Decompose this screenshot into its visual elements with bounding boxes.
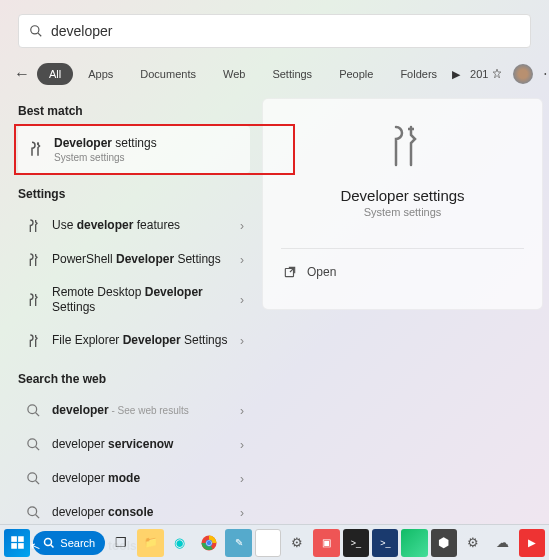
taskbar-task-view-icon[interactable]: ❐ [108, 529, 134, 557]
chevron-right-icon: › [240, 334, 244, 348]
start-button[interactable] [4, 529, 30, 557]
web-item-developer[interactable]: developer - See web results › [18, 394, 250, 428]
section-header-search-web: Search the web [18, 358, 250, 394]
svg-point-19 [45, 538, 52, 545]
svg-line-20 [51, 544, 54, 547]
svg-line-4 [35, 413, 38, 416]
chevron-right-icon: › [240, 404, 244, 418]
svg-point-9 [27, 507, 36, 516]
taskbar-explorer-icon[interactable]: 📁 [137, 529, 163, 557]
web-item-developer-servicenow[interactable]: developer servicenow › [18, 428, 250, 462]
rewards-points[interactable]: 201 [470, 68, 503, 80]
svg-rect-16 [18, 536, 24, 542]
taskbar-search-button[interactable]: Search [33, 531, 105, 555]
chevron-right-icon: › [240, 219, 244, 233]
tab-settings[interactable]: Settings [260, 63, 324, 85]
svg-point-0 [31, 26, 39, 34]
divider [281, 248, 524, 249]
tab-web[interactable]: Web [211, 63, 257, 85]
web-item-developer-mode[interactable]: developer mode › [18, 462, 250, 496]
settings-tools-icon [24, 332, 42, 350]
chevron-right-icon: › [240, 253, 244, 267]
svg-point-2 [38, 144, 39, 145]
svg-line-1 [38, 33, 41, 36]
preview-card: Developer settings System settings Open [262, 98, 543, 310]
more-scroll-icon[interactable]: ▶ [452, 68, 460, 81]
svg-line-10 [35, 515, 38, 518]
preview-action-open[interactable]: Open [281, 259, 524, 285]
svg-point-7 [27, 473, 36, 482]
preview-title: Developer settings [281, 187, 524, 204]
taskbar-notepad-icon[interactable]: ✎ [225, 529, 251, 557]
settings-item-use-developer-features[interactable]: Use developer features › [18, 209, 250, 243]
taskbar-app-icon[interactable]: ⚙ [460, 529, 486, 557]
best-match-developer-settings[interactable]: Developer settings System settings [18, 126, 250, 173]
taskbar-app-icon[interactable]: ▶ [519, 529, 545, 557]
developer-settings-icon [26, 140, 44, 158]
taskbar-powershell-icon[interactable]: >_ [372, 529, 398, 557]
settings-tools-icon [24, 217, 42, 235]
taskbar-app-icon[interactable]: ◉ [167, 529, 193, 557]
settings-item-remote-desktop-developer[interactable]: Remote Desktop Developer Settings › [18, 277, 250, 324]
tab-people[interactable]: People [327, 63, 385, 85]
chevron-right-icon: › [240, 506, 244, 520]
tab-folders[interactable]: Folders [388, 63, 449, 85]
back-button[interactable]: ← [14, 62, 30, 86]
chevron-right-icon: › [240, 438, 244, 452]
search-icon [24, 504, 42, 522]
taskbar-app-icon[interactable]: ☁ [489, 529, 515, 557]
search-icon [24, 470, 42, 488]
tab-documents[interactable]: Documents [128, 63, 208, 85]
settings-item-powershell-developer[interactable]: PowerShell Developer Settings › [18, 243, 250, 277]
settings-item-file-explorer-developer[interactable]: File Explorer Developer Settings › [18, 324, 250, 358]
tab-all[interactable]: All [37, 63, 73, 85]
search-icon [24, 402, 42, 420]
section-header-settings: Settings [18, 173, 250, 209]
tab-apps[interactable]: Apps [76, 63, 125, 85]
svg-point-24 [207, 540, 212, 545]
chevron-right-icon: › [240, 293, 244, 307]
taskbar-terminal-icon[interactable]: >_ [343, 529, 369, 557]
settings-tools-icon [24, 291, 42, 309]
preview-subtitle: System settings [281, 206, 524, 218]
settings-tools-icon [24, 251, 42, 269]
search-icon [24, 436, 42, 454]
search-icon [29, 24, 43, 38]
filter-tabs-row: ← All Apps Documents Web Settings People… [0, 58, 549, 90]
section-header-best-match: Best match [18, 90, 250, 126]
more-options-icon[interactable]: ⋯ [543, 66, 549, 82]
taskbar-app-icon[interactable] [401, 529, 427, 557]
svg-point-5 [27, 439, 36, 448]
taskbar-app-icon[interactable]: ▣ [313, 529, 339, 557]
svg-line-8 [35, 481, 38, 484]
preview-large-icon [281, 123, 524, 169]
taskbar-app-icon[interactable] [255, 529, 281, 557]
taskbar-settings-icon[interactable]: ⚙ [284, 529, 310, 557]
svg-rect-15 [11, 536, 17, 542]
search-input[interactable] [51, 23, 520, 39]
taskbar-app-icon[interactable]: ⬢ [431, 529, 457, 557]
svg-line-6 [35, 447, 38, 450]
svg-point-3 [27, 405, 36, 414]
search-bar[interactable] [18, 14, 531, 48]
chevron-right-icon: › [240, 472, 244, 486]
avatar[interactable] [513, 64, 533, 84]
svg-rect-17 [11, 543, 17, 549]
taskbar-chrome-icon[interactable] [196, 529, 222, 557]
taskbar: Search ❐ 📁 ◉ ✎ ⚙ ▣ >_ >_ ⬢ ⚙ ☁ ▶ ↖ [0, 524, 549, 560]
svg-rect-18 [18, 543, 24, 549]
